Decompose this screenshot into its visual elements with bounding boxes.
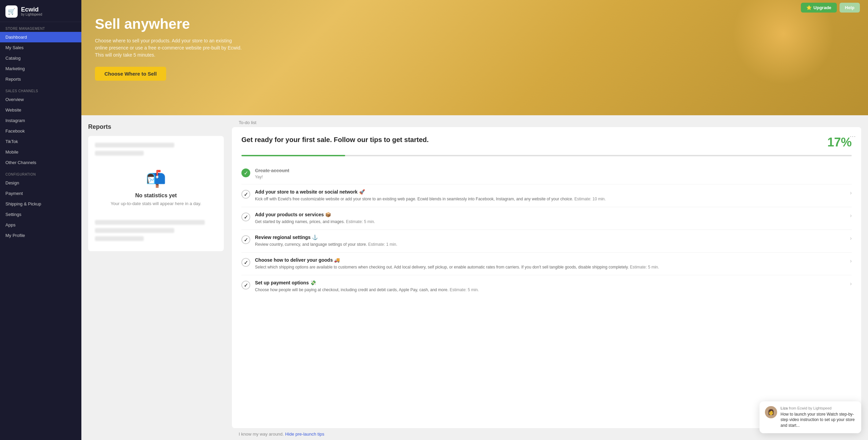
todo-check-pending: ✓: [241, 190, 250, 199]
todo-item-add-products[interactable]: ✓ Add your products or services 📦 Get st…: [241, 207, 852, 230]
upgrade-label: Upgrade: [813, 5, 831, 10]
todo-card-header: Get ready for your first sale. Follow ou…: [241, 135, 852, 149]
chevron-right-icon: ›: [850, 235, 852, 241]
blurred-row: [95, 151, 144, 156]
sidebar-item-instagram[interactable]: Instagram: [0, 115, 81, 126]
sidebar-item-label: Design: [5, 180, 76, 185]
todo-item-review-regional[interactable]: ✓ Review regional settings ⚓ Review coun…: [241, 230, 852, 253]
hero-description: Choose where to sell your products. Add …: [95, 37, 244, 59]
todo-item-yay: Yay!: [255, 175, 852, 179]
chat-avatar: 👩: [765, 406, 777, 418]
chevron-right-icon: ›: [850, 258, 852, 264]
todo-item-estimate: Estimate: 1 min.: [368, 242, 397, 247]
todo-item-title: Add your products or services 📦: [255, 212, 845, 217]
todo-footer-text: I know my way around.: [239, 432, 284, 437]
sidebar-item-catalog[interactable]: Catalog: [0, 53, 81, 63]
hero-section: Sell anywhere Choose where to sell your …: [81, 0, 868, 115]
sidebar-item-label: Catalog: [5, 56, 76, 61]
chat-agent-name: Liza: [781, 406, 788, 410]
sidebar-item-dashboard[interactable]: Dashboard: [0, 32, 81, 42]
logo-title: Ecwid: [21, 6, 42, 13]
sidebar-item-label: Mobile: [5, 149, 76, 155]
todo-progress-fill: [241, 155, 345, 156]
mailbox-icon: 📬: [146, 169, 166, 188]
todo-check-pending: ✓: [241, 281, 250, 289]
sidebar-item-website[interactable]: Website: [0, 105, 81, 115]
todo-item-payment[interactable]: ✓ Set up payment options 💸 Choose how pe…: [241, 275, 852, 298]
todo-item-estimate: Estimate: 5 min.: [346, 219, 375, 224]
sidebar-item-apps[interactable]: Apps: [0, 220, 81, 230]
no-stats-description: Your up-to-date stats will appear here i…: [111, 201, 201, 207]
help-button[interactable]: Help: [840, 3, 860, 13]
sidebar-item-label: TikTok: [5, 139, 76, 144]
sidebar-item-reports[interactable]: Reports: [0, 74, 81, 84]
chevron-right-icon: ›: [850, 281, 852, 287]
sidebar-item-my-profile[interactable]: My Profile: [0, 230, 81, 241]
todo-item-desc-text: Kick off with Ecwid's free customizable …: [255, 197, 573, 201]
sidebar: 🛒 Ecwid by Lightspeed Store management D…: [0, 0, 81, 440]
todo-item-add-store[interactable]: ✓ Add your store to a website or social …: [241, 184, 852, 207]
sidebar-item-shipping[interactable]: Shipping & Pickup: [0, 199, 81, 209]
sidebar-item-label: Instagram: [5, 118, 76, 123]
todo-item-body: Add your products or services 📦 Get star…: [255, 212, 845, 225]
sidebar-item-settings[interactable]: Settings: [0, 209, 81, 220]
todo-item-desc: Get started by adding names, prices, and…: [255, 219, 845, 225]
sidebar-item-other-channels[interactable]: Other Channels: [0, 157, 81, 168]
todo-item-title: Create account: [255, 168, 852, 173]
sidebar-item-my-sales[interactable]: My Sales: [0, 42, 81, 53]
upgrade-star-icon: ⭐: [806, 5, 812, 10]
sales-channels-label: Sales channels: [0, 84, 81, 94]
choose-where-to-sell-button[interactable]: Choose Where to Sell: [95, 67, 166, 81]
sidebar-item-design[interactable]: Design: [0, 178, 81, 188]
main-content: ⭐ Upgrade Help Sell anywhere Choose wher…: [81, 0, 868, 440]
chat-body: Liza from Ecwid by Lightspeed How to lau…: [781, 406, 856, 428]
sidebar-item-marketing[interactable]: Marketing: [0, 63, 81, 74]
chat-avatar-emoji: 👩: [768, 409, 774, 415]
sidebar-item-label: Overview: [5, 97, 76, 102]
chat-agent-source: from Ecwid by Lightspeed: [789, 406, 831, 410]
todo-item-desc: Choose how people will be paying at chec…: [255, 287, 845, 293]
help-label: Help: [845, 5, 854, 10]
todo-item-delivery[interactable]: ✓ Choose how to deliver your goods 🚚 Sel…: [241, 253, 852, 275]
todo-item-create-account[interactable]: ✓ Create account Yay!: [241, 163, 852, 184]
upgrade-button[interactable]: ⭐ Upgrade: [801, 3, 837, 13]
sidebar-item-mobile[interactable]: Mobile: [0, 147, 81, 157]
todo-item-body: Set up payment options 💸 Choose how peop…: [255, 280, 845, 293]
sidebar-item-label: My Sales: [5, 45, 76, 50]
logo-subtitle: by Lightspeed: [21, 13, 42, 17]
todo-check-done: ✓: [241, 168, 250, 177]
sidebar-logo: 🛒 Ecwid by Lightspeed: [0, 0, 81, 22]
sidebar-item-label: Shipping & Pickup: [5, 201, 76, 206]
todo-item-desc-text: Select which shipping options are availa…: [255, 265, 629, 269]
chat-agent-info: Liza from Ecwid by Lightspeed: [781, 406, 856, 410]
todo-item-title: Add your store to a website or social ne…: [255, 189, 845, 195]
todo-options-button[interactable]: ⋯: [850, 133, 856, 140]
no-statistics-section: 📬 No statistics yet Your up-to-date stat…: [95, 159, 217, 217]
reports-panel: Reports 📬 No statistics yet Your up-to-d…: [81, 115, 231, 440]
todo-item-desc-text: Review country, currency, and language s…: [255, 242, 367, 247]
sidebar-item-label: My Profile: [5, 233, 76, 238]
blurred-row: [95, 220, 205, 225]
todo-item-estimate: Estimate: 5 min.: [630, 265, 659, 269]
configuration-label: Configuration: [0, 168, 81, 178]
todo-item-body: Add your store to a website or social ne…: [255, 189, 845, 202]
chat-widget[interactable]: 👩 Liza from Ecwid by Lightspeed How to l…: [760, 401, 861, 433]
hide-tips-link[interactable]: Hide pre-launch tips: [285, 432, 324, 437]
todo-item-title: Review regional settings ⚓: [255, 235, 845, 240]
todo-percent: 17%: [827, 135, 852, 149]
chevron-right-icon: ›: [850, 213, 852, 219]
sidebar-item-label: Other Channels: [5, 160, 76, 165]
todo-item-title: Choose how to deliver your goods 🚚: [255, 257, 845, 263]
sidebar-item-label: Settings: [5, 212, 76, 217]
todo-check-pending: ✓: [241, 235, 250, 244]
todo-item-title: Set up payment options 💸: [255, 280, 845, 285]
sidebar-item-tiktok[interactable]: TikTok: [0, 136, 81, 147]
topbar: ⭐ Upgrade Help: [793, 0, 868, 15]
sidebar-item-overview[interactable]: Overview: [0, 94, 81, 105]
sidebar-item-payment[interactable]: Payment: [0, 188, 81, 199]
todo-item-desc-text: Get started by adding names, prices, and…: [255, 219, 345, 224]
sidebar-item-facebook[interactable]: Facebook: [0, 126, 81, 136]
sidebar-item-label: Facebook: [5, 128, 76, 134]
todo-item-body: Review regional settings ⚓ Review countr…: [255, 235, 845, 247]
reports-section-title: Reports: [88, 123, 224, 131]
